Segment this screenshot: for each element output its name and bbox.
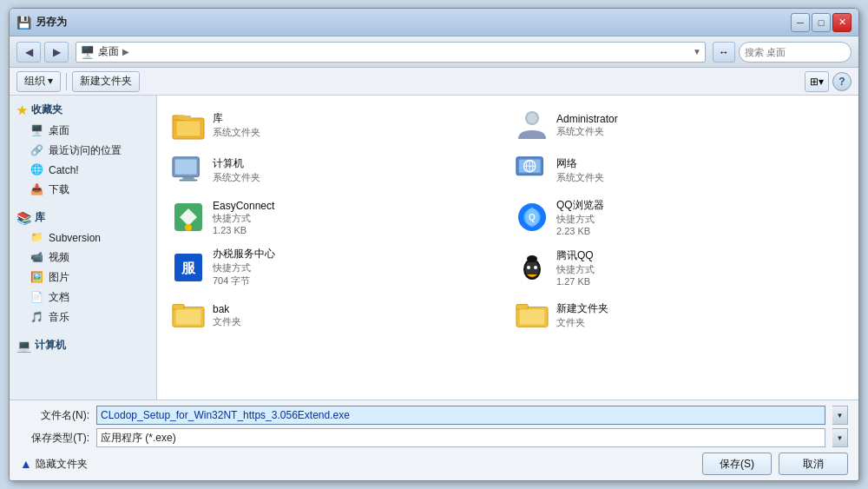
catch-label: Catch! [49,164,79,176]
file-item-taxservice[interactable]: 服 办税服务中心 快捷方式 704 字节 [164,241,508,293]
hide-folder-icon: ▲ [20,457,32,471]
dialog-icon: 💾 [16,16,30,30]
file-name-administrator: Administrator [556,113,618,125]
address-icon: 🖥️ [80,45,95,59]
sidebar-item-subversion[interactable]: 📁 Subversion [10,228,156,248]
file-detail-network: 系统文件夹 [556,171,604,184]
file-item-computer[interactable]: 计算机 系统文件夹 [164,148,508,193]
file-item-easyconnect[interactable]: EasyConnect 快捷方式 1.23 KB [164,193,508,241]
file-detail-qqbrowser1: 快捷方式 [556,213,604,226]
download-icon: 📥 [30,183,44,197]
new-folder-button[interactable]: 新建文件夹 [72,71,140,92]
maximize-button[interactable]: □ [812,13,831,32]
file-info-library: 库 系统文件夹 [213,111,260,139]
hide-folder-toggle[interactable]: ▲ 隐藏文件夹 [20,457,88,472]
save-dialog: 💾 另存为 ─ □ ✕ ◀ ▶ 🖥️ 桌面 ▶ ▼ ↔ 🔍 组织 ▾ [9,8,859,481]
organize-button[interactable]: 组织 ▾ [16,71,61,92]
favorites-header[interactable]: ★ 收藏夹 [10,99,156,121]
filename-dropdown-button[interactable]: ▼ [832,406,848,425]
file-name-taxservice: 办税服务中心 [213,247,275,261]
file-detail-bak: 文件夹 [213,315,241,328]
sidebar-item-catch[interactable]: 🌐 Catch! [10,161,156,180]
file-icon-easyconnect [171,200,206,235]
search-box: 🔍 [739,42,852,63]
address-bar[interactable]: 🖥️ 桌面 ▶ ▼ [76,42,706,63]
file-detail-new-folder: 文件夹 [556,316,608,329]
svg-rect-8 [182,177,194,180]
sidebar-item-image[interactable]: 🖼️ 图片 [10,268,156,287]
filetype-dropdown-button[interactable]: ▼ [832,428,848,447]
sidebar-item-video[interactable]: 📹 视频 [10,248,156,268]
file-info-network: 网络 系统文件夹 [556,156,604,184]
library-icon: 📚 [16,211,31,225]
file-name-computer: 计算机 [213,156,260,171]
file-icon-qqbrowser: Q [515,200,549,235]
sidebar-item-recent[interactable]: 🔗 最近访问的位置 [10,141,156,161]
file-detail-library: 系统文件夹 [213,126,260,139]
image-label: 图片 [49,270,69,285]
filename-input[interactable] [96,406,825,425]
sidebar-item-document[interactable]: 📄 文档 [10,287,156,307]
save-button[interactable]: 保存(S) [702,453,772,475]
file-name-new-folder: 新建文件夹 [556,301,608,316]
computer-header[interactable]: 💻 计算机 [10,334,156,356]
help-button[interactable]: ? [832,72,852,91]
file-detail-taxservice2: 704 字节 [213,274,275,287]
hide-folder-label: 隐藏文件夹 [36,457,88,472]
subversion-icon: 📁 [30,231,44,245]
close-button[interactable]: ✕ [832,13,852,32]
file-item-qq[interactable]: 腾讯QQ 快捷方式 1.27 KB [508,241,852,293]
file-item-administrator[interactable]: Administrator 系统文件夹 [508,102,852,148]
action-separator [66,73,67,90]
address-path: 桌面 ▶ [98,44,129,59]
svg-rect-2 [176,121,201,136]
library-header[interactable]: 📚 库 [10,207,156,228]
button-group: 保存(S) 取消 [702,453,848,475]
view-button[interactable]: ⊞▾ [805,71,829,92]
sidebar-item-music[interactable]: 🎵 音乐 [10,307,156,327]
music-icon: 🎵 [30,311,44,325]
file-name-bak: bak [213,303,241,315]
file-item-library[interactable]: 库 系统文件夹 [164,102,508,148]
subversion-label: Subversion [49,232,101,244]
dialog-title: 另存为 [36,15,791,30]
bottom-buttons: ▲ 隐藏文件夹 保存(S) 取消 [20,453,848,475]
catch-icon: 🌐 [30,163,44,177]
search-input[interactable] [745,47,859,57]
file-item-network[interactable]: 网络 系统文件夹 [508,148,852,193]
sidebar-item-download[interactable]: 📥 下载 [10,180,156,200]
video-icon: 📹 [30,251,44,265]
file-item-qqbrowser[interactable]: Q QQ浏览器 快捷方式 2.23 KB [508,193,852,241]
file-item-new-folder[interactable]: 新建文件夹 文件夹 [508,293,852,338]
minimize-button[interactable]: ─ [791,13,810,32]
svg-point-25 [527,266,530,269]
address-dropdown-arrow[interactable]: ▼ [693,47,701,56]
document-label: 文档 [49,290,69,305]
svg-rect-3 [179,116,191,120]
file-icon-bak [171,298,206,333]
file-info-qqbrowser: QQ浏览器 快捷方式 2.23 KB [556,198,604,236]
organize-label: 组织 ▾ [24,74,53,89]
file-info-bak: bak 文件夹 [213,303,241,328]
address-toolbar: ◀ ▶ 🖥️ 桌面 ▶ ▼ ↔ 🔍 [10,36,858,68]
back-button[interactable]: ◀ [16,42,41,63]
file-item-bak[interactable]: bak 文件夹 [164,293,508,338]
video-label: 视频 [49,250,69,265]
file-icon-qq [515,250,549,285]
sidebar: ★ 收藏夹 🖥️ 桌面 🔗 最近访问的位置 🌐 Catch! 📥 下载 📚 [10,96,157,400]
sidebar-item-desktop[interactable]: 🖥️ 桌面 [10,121,156,141]
forward-button[interactable]: ▶ [44,42,69,63]
file-info-new-folder: 新建文件夹 文件夹 [556,301,608,329]
svg-rect-7 [175,160,197,175]
download-label: 下载 [49,182,69,197]
file-info-computer: 计算机 系统文件夹 [213,156,260,184]
recent-label: 最近访问的位置 [49,143,122,158]
filetype-select[interactable]: 应用程序 (*.exe) [96,428,825,447]
image-icon: 🖼️ [30,271,44,285]
file-name-qq: 腾讯QQ [556,248,595,263]
svg-point-17 [185,224,192,231]
title-bar: 💾 另存为 ─ □ ✕ [10,9,858,36]
cancel-button[interactable]: 取消 [779,453,848,475]
refresh-button[interactable]: ↔ [713,42,735,63]
svg-rect-32 [516,305,528,310]
